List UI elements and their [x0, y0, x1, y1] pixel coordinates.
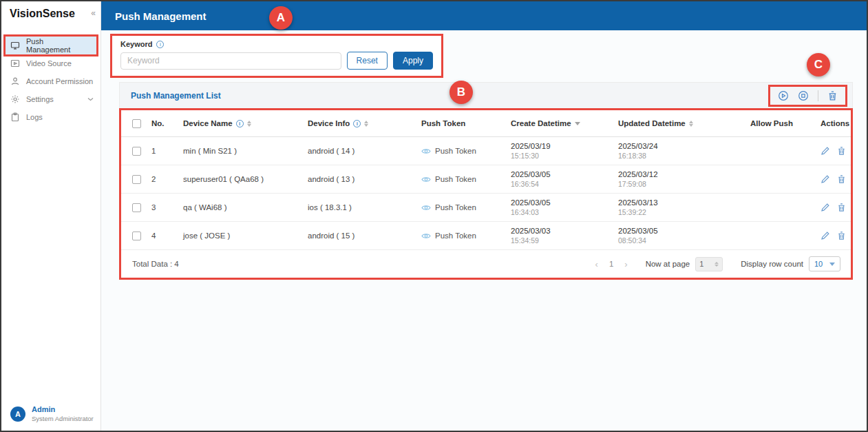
next-page-button[interactable]: ›	[624, 259, 627, 269]
brand: VisionSense «	[1, 1, 100, 20]
sidebar-item-logs[interactable]: Logs	[1, 108, 100, 126]
app-title: VisionSense	[10, 8, 75, 20]
info-icon[interactable]: i	[236, 120, 244, 127]
cell-actions	[821, 174, 851, 184]
col-push-token: Push Token	[421, 119, 511, 127]
reset-button[interactable]: Reset	[347, 52, 388, 70]
row-count-label: Display row count	[741, 260, 803, 268]
sidebar-item-settings[interactable]: Settings	[1, 90, 100, 108]
annotation-badge-b: B	[449, 81, 473, 104]
keyword-input[interactable]	[120, 52, 341, 70]
table-row: 1 min ( Min S21 ) android ( 14 ) Push To…	[121, 137, 851, 165]
cell-create-datetime: 2025/03/1915:15:30	[511, 142, 618, 160]
sidebar-collapse-icon[interactable]: «	[91, 8, 96, 19]
edit-icon[interactable]	[821, 231, 830, 240]
push-table: No. Device Name i Device Info i Push Tok…	[119, 108, 853, 280]
cell-actions	[821, 146, 851, 156]
toolbar-divider	[818, 90, 818, 101]
cell-updated-datetime: 2025/03/2416:18:38	[618, 142, 750, 160]
row-checkbox[interactable]	[132, 232, 141, 240]
list-title: Push Management List	[131, 91, 221, 101]
cell-actions	[821, 231, 851, 240]
cell-device-info: android ( 13 )	[308, 175, 421, 183]
sidebar-item-account-permission[interactable]: Account Permission	[1, 72, 100, 90]
app-window: VisionSense « Push Management Video Sour…	[0, 0, 868, 432]
sidebar-item-label: Account Permission	[26, 77, 93, 85]
page-input[interactable]: 1	[695, 257, 723, 271]
col-actions: Actions	[821, 119, 851, 127]
user-role: System Administrator	[32, 415, 94, 422]
cell-device-name: min ( Min S21 )	[183, 147, 308, 155]
stop-circle-icon[interactable]	[798, 90, 809, 101]
edit-icon[interactable]	[821, 146, 830, 156]
col-allow-push: Allow Push	[750, 119, 821, 127]
gear-icon	[10, 94, 20, 104]
sidebar-item-label: Video Source	[26, 59, 72, 68]
main-area: Push Management Keyword i Reset Apply Pu…	[101, 1, 867, 431]
cell-updated-datetime: 2025/03/1217:59:08	[618, 170, 750, 188]
delete-selected-icon[interactable]	[827, 90, 838, 101]
table-row: 4 jose ( JOSE ) android ( 15 ) Push Toke…	[121, 222, 851, 250]
cell-actions	[821, 203, 851, 212]
sort-icon[interactable]	[364, 121, 368, 127]
table-footer: Total Data : 4 ‹ 1 › Now at page 1	[121, 250, 851, 278]
cell-device-info: android ( 14 )	[308, 147, 421, 155]
row-count-select[interactable]: 10	[809, 256, 840, 271]
page-number[interactable]: 1	[609, 260, 613, 268]
cell-no: 2	[151, 175, 183, 183]
delete-icon[interactable]	[837, 203, 846, 212]
now-at-page-label: Now at page	[646, 260, 690, 268]
col-create-datetime: Create Datetime	[511, 119, 618, 127]
col-updated-datetime: Updated Datetime	[618, 119, 750, 127]
delete-icon[interactable]	[837, 231, 846, 240]
sidebar-item-label: Push Management	[26, 37, 89, 54]
page-title: Push Management	[115, 10, 207, 22]
row-checkbox[interactable]	[132, 175, 141, 184]
sort-icon[interactable]	[689, 121, 693, 127]
cell-create-datetime: 2025/03/0516:34:03	[511, 198, 618, 216]
spinner-icon[interactable]	[714, 262, 719, 267]
prev-page-button[interactable]: ‹	[595, 259, 598, 269]
apply-button[interactable]: Apply	[393, 52, 433, 70]
sidebar-item-video-source[interactable]: Video Source	[1, 54, 100, 72]
annotation-badge-c: C	[807, 53, 830, 76]
chevron-down-icon	[829, 263, 835, 266]
push-token-link[interactable]: Push Token	[421, 147, 511, 155]
cell-updated-datetime: 2025/03/1315:39:22	[618, 198, 750, 216]
keyword-filter-panel: Keyword i Reset Apply	[110, 34, 443, 78]
total-data-label: Total Data : 4	[132, 260, 179, 268]
sidebar-item-label: Logs	[26, 113, 43, 121]
cell-device-info: ios ( 18.3.1 )	[308, 203, 421, 212]
cell-create-datetime: 2025/03/0315:34:59	[511, 227, 618, 245]
select-all-checkbox[interactable]	[132, 119, 141, 128]
info-icon[interactable]: i	[156, 41, 164, 48]
eye-icon	[421, 232, 431, 240]
edit-icon[interactable]	[821, 203, 830, 212]
row-checkbox[interactable]	[132, 203, 141, 212]
video-icon	[10, 59, 20, 68]
delete-icon[interactable]	[837, 146, 846, 156]
info-icon[interactable]: i	[353, 120, 361, 127]
push-token-link[interactable]: Push Token	[421, 203, 511, 212]
annotation-badge-a: A	[269, 6, 293, 30]
cell-device-name: superuser01 ( QAa68 )	[183, 175, 308, 183]
row-checkbox[interactable]	[132, 147, 141, 156]
push-token-link[interactable]: Push Token	[421, 175, 511, 183]
push-token-link[interactable]: Push Token	[421, 232, 511, 240]
user-profile[interactable]: A Admin System Administrator	[10, 405, 94, 422]
sort-desc-icon[interactable]	[575, 122, 580, 125]
edit-icon[interactable]	[821, 174, 830, 184]
table-header-row: No. Device Name i Device Info i Push Tok…	[121, 110, 851, 137]
table-row: 3 qa ( WAi68 ) ios ( 18.3.1 ) Push Token…	[121, 194, 851, 222]
page-header: Push Management	[101, 1, 867, 30]
cell-no: 4	[151, 232, 183, 240]
delete-icon[interactable]	[837, 174, 846, 184]
play-circle-icon[interactable]	[778, 90, 789, 101]
cell-no: 1	[151, 147, 183, 155]
chevron-down-icon	[87, 97, 94, 101]
eye-icon	[421, 147, 431, 155]
sort-icon[interactable]	[247, 121, 251, 127]
list-toolbar	[768, 85, 847, 107]
sidebar-item-push-management[interactable]: Push Management	[6, 37, 96, 54]
col-device-name: Device Name i	[183, 119, 308, 127]
